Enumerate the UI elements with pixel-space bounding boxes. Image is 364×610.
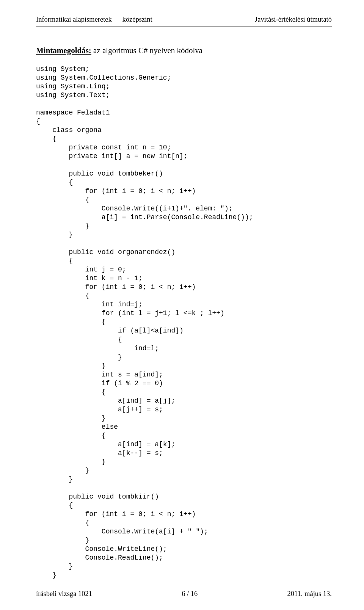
- header-left: Informatikai alapismeretek — középszint: [36, 15, 152, 24]
- footer-row: írásbeli vizsga 1021 6 / 16 2011. május …: [36, 590, 332, 599]
- header-right: Javítási-értékelési útmutató: [255, 15, 332, 24]
- section-title-rest: az algoritmus C# nyelven kódolva: [91, 46, 202, 55]
- code-listing: using System; using System.Collections.G…: [36, 65, 332, 580]
- footer-right: 2011. május 13.: [287, 590, 332, 599]
- header-rule: [36, 27, 332, 27]
- page-footer: írásbeli vizsga 1021 6 / 16 2011. május …: [36, 587, 332, 599]
- footer-center: 6 / 16: [182, 590, 198, 599]
- section-title: Mintamegoldás: az algoritmus C# nyelven …: [36, 45, 332, 56]
- section-title-lead: Mintamegoldás:: [36, 46, 91, 55]
- page-header: Informatikai alapismeretek — középszint …: [36, 15, 332, 24]
- page: Informatikai alapismeretek — középszint …: [0, 0, 364, 610]
- footer-left: írásbeli vizsga 1021: [36, 590, 92, 599]
- footer-rule: [36, 587, 332, 587]
